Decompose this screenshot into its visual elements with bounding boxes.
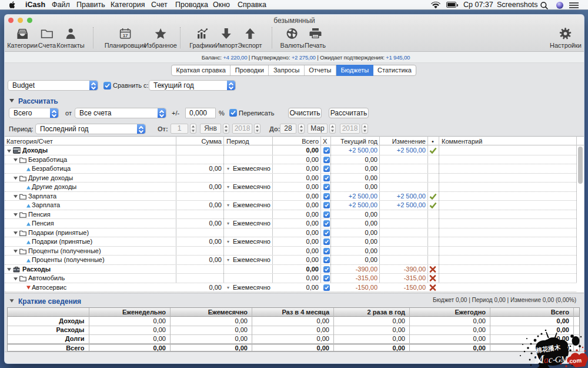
svg-text:GM: GM	[554, 354, 569, 364]
svg-text:.com: .com	[567, 357, 582, 364]
svg-text:17: 17	[123, 33, 128, 38]
